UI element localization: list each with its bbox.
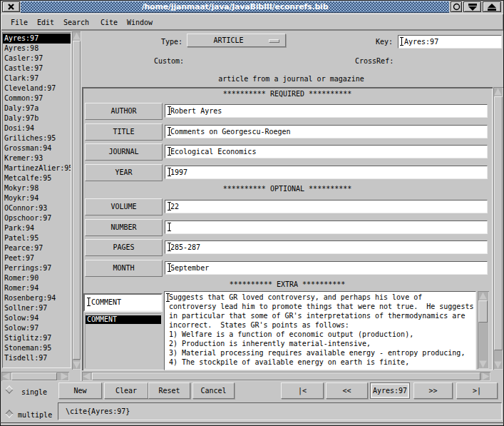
multiple-radio[interactable] — [5, 410, 13, 417]
field-input[interactable]: 1997 — [165, 166, 488, 179]
list-horizontal-scrollbar[interactable] — [1, 372, 69, 381]
field-input[interactable] — [165, 220, 488, 234]
reference-list-item[interactable]: Ayres:98 — [3, 44, 71, 54]
form-vscroll-thumb[interactable] — [494, 96, 503, 350]
reference-list-item[interactable]: Casler:97 — [3, 54, 71, 64]
cancel-button[interactable]: Cancel — [192, 382, 235, 399]
scroll-left-arrow[interactable] — [82, 372, 91, 381]
textarea-scroll-thumb[interactable] — [478, 300, 488, 323]
form-horizontal-scrollbar[interactable] — [82, 372, 490, 381]
scroll-right-arrow[interactable] — [60, 372, 69, 381]
reference-list-item[interactable]: Metcalfe:95 — [3, 173, 71, 183]
key-input[interactable]: Ayres:97 — [398, 35, 502, 49]
reference-list-item[interactable]: Stiglitz:97 — [3, 333, 71, 343]
field-label-button[interactable]: VOLUME — [85, 198, 163, 215]
clear-button[interactable]: Clear — [104, 382, 148, 399]
reference-list-item[interactable]: Romer:90 — [3, 273, 71, 283]
nav-prev-button[interactable]: << — [326, 382, 368, 399]
reference-list-item[interactable]: Opschoor:97 — [3, 213, 71, 223]
list-vscroll-thumb[interactable] — [73, 41, 81, 360]
form-hscroll-thumb[interactable] — [92, 372, 480, 380]
nav-last-button[interactable]: >| — [456, 382, 498, 399]
field-label-button[interactable]: TITLE — [85, 123, 163, 141]
field-label-button[interactable]: MONTH — [85, 260, 163, 277]
cite-string-input[interactable]: \cite{Ayres:97} — [58, 402, 502, 420]
scroll-down-arrow[interactable] — [478, 360, 488, 369]
field-input[interactable]: Comments on Georgescu-Roegen — [165, 125, 488, 138]
reference-list-item[interactable]: MartinezAlier:95 — [3, 163, 71, 173]
scroll-down-arrow[interactable] — [493, 360, 503, 370]
reference-list-item[interactable]: Daly:97a — [3, 103, 71, 113]
field-input[interactable]: 285-287 — [165, 240, 488, 254]
reference-list-item[interactable]: Pearce:97 — [3, 243, 71, 253]
reference-list-item[interactable]: Romer:94 — [3, 283, 71, 293]
reference-list-item[interactable]: Grossman:94 — [3, 143, 71, 153]
reference-list-item[interactable]: Sollner:97 — [3, 303, 71, 313]
shade-down-icon — [468, 4, 477, 11]
field-input[interactable]: Ecological Economics — [165, 145, 488, 158]
extra-field-list[interactable]: COMMENT — [85, 313, 161, 368]
reference-list-item[interactable]: OConnor:93 — [3, 203, 71, 213]
reference-list-item[interactable]: Tisdell:97 — [3, 353, 71, 363]
field-label-button[interactable]: JOURNAL — [85, 143, 163, 161]
field-input[interactable]: 22 — [165, 200, 488, 213]
menu-search[interactable]: Search — [63, 19, 89, 28]
window-menu-button[interactable] — [451, 1, 462, 12]
reference-list[interactable]: Ayres:97Ayres:98Casler:97Castle:97Clark:… — [2, 32, 71, 368]
scroll-left-arrow[interactable] — [1, 372, 11, 381]
textarea-scrollbar[interactable] — [478, 291, 489, 369]
reference-list-item[interactable]: Perrings:97 — [3, 263, 71, 273]
shade-button[interactable] — [463, 1, 481, 12]
reference-list-item[interactable]: Griliches:95 — [3, 133, 71, 143]
list-hscroll-thumb[interactable] — [11, 372, 57, 380]
scroll-right-arrow[interactable] — [481, 372, 490, 381]
field-label-button[interactable]: NUMBER — [85, 219, 163, 236]
reference-list-item[interactable]: Stoneman:95 — [3, 343, 71, 353]
menu-cite[interactable]: Cite — [101, 19, 118, 28]
reference-list-item[interactable]: Clark:97 — [3, 73, 71, 83]
type-option-menu[interactable]: ARTICLE — [187, 34, 286, 47]
nav-next-button[interactable]: >> — [413, 382, 453, 399]
reference-list-item[interactable]: Castle:97 — [3, 64, 71, 73]
reset-button[interactable]: Reset — [148, 382, 190, 399]
reference-list-item[interactable]: Mokyr:98 — [3, 183, 71, 193]
titlebar[interactable]: /home/jjanmaat/java/JavaBibIII/econrefs.… — [1, 1, 503, 13]
form-vertical-scrollbar[interactable] — [493, 87, 503, 370]
reference-list-item[interactable]: Solow:94 — [3, 313, 71, 323]
new-button[interactable]: New — [58, 382, 102, 399]
close-button[interactable] — [2, 1, 20, 12]
menu-window[interactable]: Window — [127, 19, 153, 28]
reference-list-item[interactable]: Peet:97 — [3, 253, 71, 263]
field-input[interactable]: September — [165, 261, 488, 275]
titlebar-drag-area[interactable]: /home/jjanmaat/java/JavaBibIII/econrefs.… — [21, 1, 449, 13]
reference-list-item[interactable]: Cleveland:97 — [3, 83, 71, 93]
reference-list-item[interactable]: Moykr:94 — [3, 193, 71, 203]
extra-field-name-input[interactable]: COMMENT — [83, 293, 163, 312]
field-input[interactable]: Robert Ayres — [165, 104, 488, 118]
form-row: NUMBER — [82, 219, 493, 240]
maximize-button[interactable] — [483, 1, 501, 12]
reference-list-item[interactable]: Solow:97 — [3, 323, 71, 333]
field-label-button[interactable]: YEAR — [85, 164, 163, 181]
nav-first-button[interactable]: |< — [281, 382, 324, 399]
reference-list-item[interactable]: Ayres:97 — [3, 34, 71, 44]
extra-textarea[interactable]: Suggests that GR loved controversy, and … — [164, 291, 476, 370]
extra-field-list-item[interactable]: COMMENT — [86, 315, 161, 324]
reference-list-item[interactable]: Common:97 — [3, 93, 71, 103]
reference-list-item[interactable]: Rosenberg:94 — [3, 293, 71, 303]
menu-edit[interactable]: Edit — [37, 19, 54, 28]
menu-file[interactable]: File — [11, 19, 28, 28]
scroll-up-arrow[interactable] — [493, 87, 503, 96]
field-label-button[interactable]: AUTHOR — [85, 103, 163, 120]
reference-list-item[interactable]: Daly:97b — [3, 113, 71, 123]
single-radio[interactable] — [5, 385, 13, 393]
reference-list-item[interactable]: Patel:95 — [3, 233, 71, 243]
scroll-up-arrow[interactable] — [478, 291, 488, 300]
field-label-button[interactable]: PAGES — [85, 239, 163, 256]
reference-list-item[interactable]: Park:94 — [3, 223, 71, 233]
form-row: PAGES 285-287 — [82, 239, 493, 260]
reference-list-item[interactable]: Kremer:93 — [3, 153, 71, 163]
multiple-radio-label[interactable]: multiple — [18, 411, 52, 419]
single-radio-label[interactable]: single — [21, 388, 47, 396]
reference-list-item[interactable]: Dosi:94 — [3, 123, 71, 133]
